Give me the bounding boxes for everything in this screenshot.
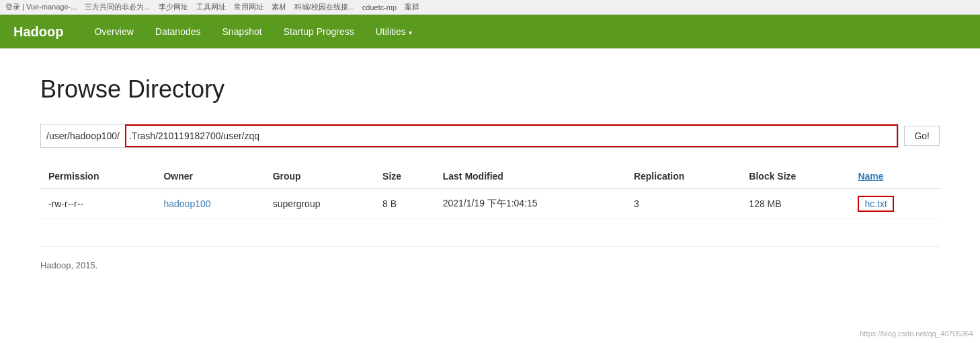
navbar-brand: Hadoop [13,24,63,40]
nav-item-startup-progress[interactable]: Startup Progress [273,17,365,46]
path-row: /user/hadoop100/ Go! [40,124,940,148]
browser-tab[interactable]: 科城/校园在线接... [294,2,354,12]
nav-item-utilities[interactable]: Utilities ▾ [365,17,423,46]
path-prefix: /user/hadoop100/ [41,124,125,147]
utilities-label: Utilities [376,26,406,37]
path-input[interactable] [125,124,898,147]
browser-tab[interactable]: 李少网址 [159,2,188,12]
browser-bar: 登录 | Vue-manage-... 三方共同的非必为... 李少网址 工具网… [0,0,980,15]
cell-group: supergroup [265,189,374,219]
cell-size: 8 B [374,189,435,219]
nav-item-datanodes[interactable]: Datanodes [145,17,212,46]
file-link[interactable]: hc.txt [858,196,893,212]
cell-replication: 3 [626,189,741,219]
table-row: -rw-r--r-- hadoop100 supergroup 8 B 2021… [40,189,940,219]
page-title: Browse Directory [40,75,940,104]
footer-text: Hadoop, 2015. [40,260,97,270]
col-header-last-modified: Last Modified [435,164,626,189]
cell-owner[interactable]: hadoop100 [155,189,264,219]
nav-link-snapshot[interactable]: Snapshot [212,17,273,46]
nav-link-startup-progress[interactable]: Startup Progress [273,17,365,46]
browser-tab[interactable]: 三方共同的非必为... [85,2,150,12]
navbar: Hadoop Overview Datanodes Snapshot Start… [0,15,980,48]
browser-tab[interactable]: 登录 | Vue-manage-... [5,2,77,12]
cell-permission: -rw-r--r-- [40,189,155,219]
chevron-down-icon: ▾ [409,29,412,36]
col-header-size: Size [374,164,435,189]
owner-link[interactable]: hadoop100 [163,198,210,209]
cell-name[interactable]: hc.txt [850,189,940,219]
col-header-replication: Replication [626,164,741,189]
browser-tab[interactable]: 素材 [272,2,286,12]
cell-last-modified: 2021/1/19 下午1:04:15 [435,189,626,219]
nav-link-utilities[interactable]: Utilities ▾ [365,17,423,46]
browser-tab[interactable]: cduetc-mp [362,3,397,11]
browser-tab[interactable]: 案群 [405,2,419,12]
nav-item-snapshot[interactable]: Snapshot [212,17,273,46]
path-input-wrapper: /user/hadoop100/ [40,124,899,148]
table-header-row: Permission Owner Group Size Last Modifie… [40,164,940,189]
nav-link-datanodes[interactable]: Datanodes [145,17,212,46]
col-header-group: Group [265,164,374,189]
nav-item-overview[interactable]: Overview [83,17,144,46]
col-header-block-size: Block Size [741,164,850,189]
footer: Hadoop, 2015. [40,246,940,270]
col-header-permission: Permission [40,164,155,189]
main-content: Browse Directory /user/hadoop100/ Go! Pe… [0,48,980,291]
nav-link-overview[interactable]: Overview [83,17,144,46]
col-header-name: Name [850,164,940,189]
file-table: Permission Owner Group Size Last Modifie… [40,164,940,219]
cell-block-size: 128 MB [741,189,850,219]
go-button[interactable]: Go! [904,126,940,146]
col-header-owner: Owner [155,164,264,189]
browser-tab[interactable]: 常用网址 [234,2,263,12]
browser-tab[interactable]: 工具网址 [196,2,226,12]
